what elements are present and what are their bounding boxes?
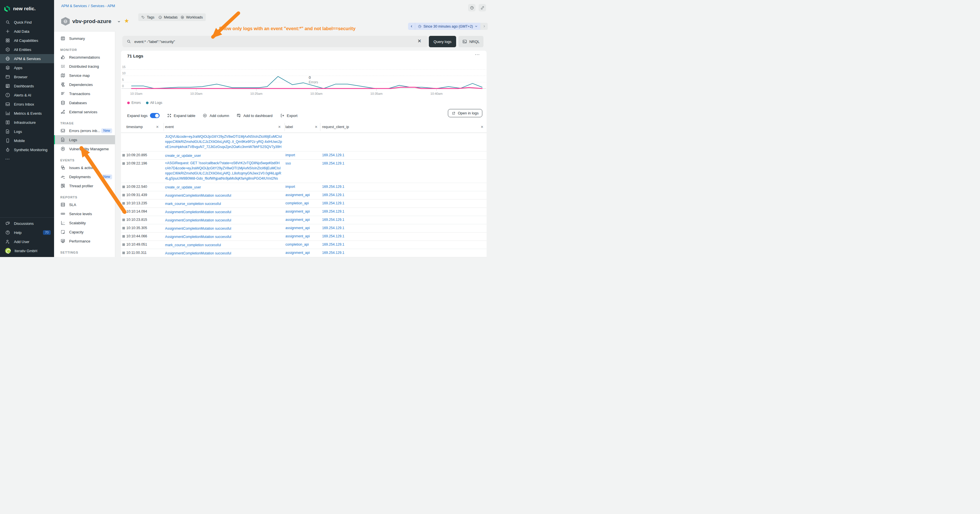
sidebar-item-all-capabilities[interactable]: All Capabilities [0, 36, 54, 45]
log-client-ip-link[interactable]: 169.254.129.1 [322, 226, 344, 230]
subnav-item-transactions[interactable]: Transactions [54, 89, 115, 98]
sidebar-item-infrastructure[interactable]: Infrastructure [0, 118, 54, 127]
copy-link-button[interactable] [479, 4, 486, 11]
log-table-row[interactable]: JUQVU&code=eyJraWQiOiJjcGltY29yZV8wOTI1M… [121, 133, 487, 151]
sidebar-item-logs[interactable]: Logs [0, 127, 54, 136]
subnav-item-vulnerability-management[interactable]: Vulnerability Management [54, 144, 115, 153]
subnav-item-deployments[interactable]: DeploymentsNew [54, 172, 115, 181]
expand-table-button[interactable]: Expand table [167, 113, 196, 118]
log-client-ip-link[interactable]: 169.254.129.1 [322, 161, 344, 165]
log-table-row[interactable]: 10:10:13.235mark_course_completion succe… [121, 199, 487, 208]
subnav-item-performance[interactable]: Performance [54, 237, 115, 246]
time-range-button[interactable]: Since 30 minutes ago (GMT+2) [415, 23, 480, 30]
sidebar-item-synthetic-monitoring[interactable]: Synthetic Monitoring [0, 145, 54, 154]
subnav-item-summary[interactable]: Summary [54, 34, 115, 43]
log-event-link[interactable]: AssignmentCompletionMutation successful [165, 218, 287, 223]
favorite-star-icon[interactable]: ★ [124, 18, 129, 24]
remove-column-event-icon[interactable]: ✕ [278, 125, 281, 129]
sidebar-item-alerts-ai[interactable]: Alerts & AI [0, 91, 54, 100]
log-event-link[interactable]: AssignmentCompletionMutation successful [165, 226, 287, 231]
log-client-ip-link[interactable]: 169.254.129.1 [322, 234, 344, 238]
subnav-item-capacity[interactable]: Capacity [54, 228, 115, 237]
sidebar-item-more[interactable]: ⋯ [0, 154, 54, 163]
tags-button[interactable]: Tags [138, 13, 157, 21]
subnav-item-databases[interactable]: Databases [54, 98, 115, 107]
new-relic-logo[interactable]: new relic. [0, 0, 54, 14]
subnav-item-service-map[interactable]: Service map [54, 71, 115, 80]
log-label-link[interactable]: sso [285, 161, 291, 165]
sidebar-item-quick-find[interactable]: Quick Find [0, 18, 54, 27]
subnav-item-thread-profiler[interactable]: Thread profiler [54, 181, 115, 190]
entity-dropdown-caret[interactable] [117, 20, 121, 23]
subnav-item-scalability[interactable]: Scalability [54, 218, 115, 228]
subnav-item-issues-activity[interactable]: Issues & activity [54, 163, 115, 172]
export-button[interactable]: Export [280, 113, 298, 118]
sidebar-item-help[interactable]: Help70 [0, 228, 54, 237]
log-event-link[interactable]: mark_course_completion successful [165, 242, 287, 248]
log-client-ip-link[interactable]: 169.254.129.1 [322, 185, 344, 189]
log-table-row[interactable]: 10:09:20.895create_or_update_userimport1… [121, 151, 487, 160]
add-column-button[interactable]: Add column [203, 113, 229, 118]
log-label-link[interactable]: completion_api [285, 201, 309, 205]
log-event-link[interactable]: <ASGIRequest: GET '/sso/callback/?state=… [165, 161, 287, 181]
legend-item-all-logs[interactable]: All Logs [146, 101, 162, 105]
help-button[interactable] [468, 4, 476, 11]
log-client-ip-link[interactable]: 169.254.129.1 [322, 218, 344, 222]
log-table-row[interactable]: 10:10:44.066AssignmentCompletionMutation… [121, 232, 487, 241]
log-event-link[interactable]: JUQVU&code=eyJraWQiOiJjcGltY29yZV8wOTI1M… [165, 134, 287, 150]
log-table-row[interactable]: 10:09:22.196<ASGIRequest: GET '/sso/call… [121, 160, 487, 183]
log-client-ip-link[interactable]: 169.254.129.1 [322, 201, 344, 205]
log-label-link[interactable]: assignment_api [285, 226, 310, 230]
workloads-button[interactable]: Workloads [178, 13, 206, 21]
log-label-link[interactable]: assignment_api [285, 251, 310, 255]
log-label-link[interactable]: assignment_api [285, 210, 310, 213]
sidebar-item-metrics-events[interactable]: Metrics & Events [0, 109, 54, 118]
expand-logs-toggle[interactable] [150, 113, 160, 118]
log-event-link[interactable]: AssignmentCompletionMutation successful [165, 234, 287, 239]
log-client-ip-link[interactable]: 169.254.129.1 [322, 242, 344, 247]
subnav-item-errors-errors-inb-[interactable]: Errors (errors inb...New [54, 126, 115, 135]
log-table-row[interactable]: 10:10:35.305AssignmentCompletionMutation… [121, 224, 487, 232]
log-label-link[interactable]: assignment_api [285, 234, 310, 238]
subnav-item-dependencies[interactable]: Dependencies [54, 80, 115, 89]
remove-column-label-icon[interactable]: ✕ [315, 125, 318, 129]
log-event-link[interactable]: create_or_update_user [165, 153, 287, 158]
open-in-logs-button[interactable]: Open in logs [448, 109, 482, 117]
sidebar-item-add-user[interactable]: Add User [0, 237, 54, 246]
clear-query-icon[interactable]: ✕ [417, 38, 422, 44]
log-label-link[interactable]: assignment_api [285, 193, 310, 197]
subnav-item-service-levels[interactable]: Service levels [54, 209, 115, 218]
nrql-button[interactable]: NRQL [458, 36, 484, 47]
log-event-link[interactable]: mark_course_completion successful [165, 201, 287, 206]
sidebar-item-apps[interactable]: Apps [0, 63, 54, 72]
log-query-input[interactable] [123, 36, 428, 47]
log-label-link[interactable]: completion_api [285, 242, 309, 247]
log-table-row[interactable]: 10:09:22.540create_or_update_userimport1… [121, 183, 487, 191]
sidebar-item-all-entities[interactable]: All Entities [0, 45, 54, 54]
time-picker[interactable]: Since 30 minutes ago (GMT+2) [408, 23, 488, 30]
remove-column-request-client-ip-icon[interactable]: ✕ [480, 125, 484, 129]
sidebar-item-discussions[interactable]: Discussions [0, 219, 54, 228]
log-table-row[interactable]: 10:11:00.311AssignmentCompletionMutation… [121, 249, 487, 257]
remove-column-timestamp-icon[interactable]: ✕ [156, 125, 159, 129]
log-label-link[interactable]: import [285, 153, 295, 157]
subnav-item-sla[interactable]: SLA [54, 200, 115, 209]
breadcrumb-apm-services[interactable]: APM & Services [61, 4, 87, 8]
log-table-row[interactable]: 10:09:31.439AssignmentCompletionMutation… [121, 191, 487, 199]
log-event-link[interactable]: AssignmentCompletionMutation successful [165, 251, 287, 256]
sidebar-item-dashboards[interactable]: Dashboards [0, 81, 54, 91]
sidebar-item-add-data[interactable]: Add Data [0, 27, 54, 36]
time-back-button[interactable] [408, 23, 415, 30]
sidebar-item-errors-inbox[interactable]: Errors Inbox [0, 100, 54, 109]
log-label-link[interactable]: import [285, 185, 295, 189]
subnav-item-logs[interactable]: Logs [54, 135, 115, 144]
log-client-ip-link[interactable]: 169.254.129.1 [322, 193, 344, 197]
log-event-link[interactable]: AssignmentCompletionMutation successful [165, 210, 287, 215]
time-forward-button[interactable] [480, 23, 488, 30]
sidebar-item-iterativ-gmbh[interactable]: Iterativ GmbH [0, 246, 54, 255]
sidebar-item-apm-services[interactable]: APM & Services [0, 54, 54, 63]
subnav-item-distributed-tracing[interactable]: Distributed tracing [54, 62, 115, 71]
sidebar-item-browser[interactable]: Browser [0, 72, 54, 81]
sidebar-item-mobile[interactable]: Mobile [0, 136, 54, 145]
log-table-row[interactable]: 10:10:49.051mark_course_completion succe… [121, 241, 487, 249]
